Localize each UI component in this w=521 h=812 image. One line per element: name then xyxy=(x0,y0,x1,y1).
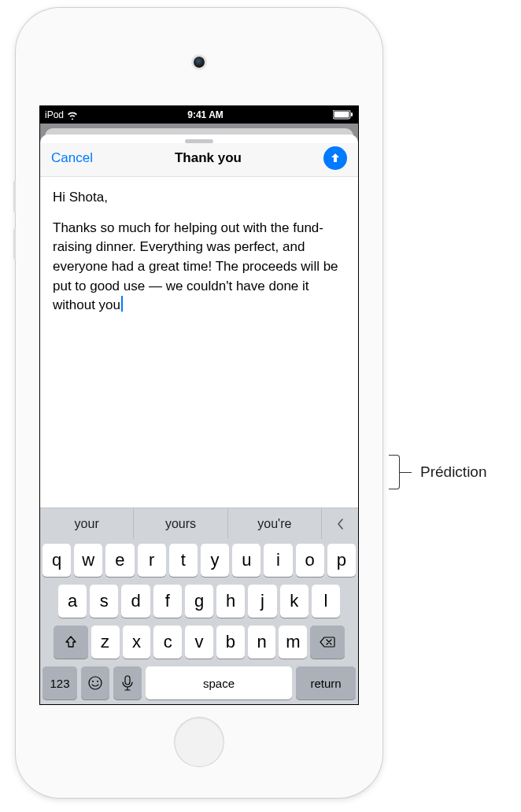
arrow-up-icon xyxy=(329,152,342,164)
annotation-label: Prédiction xyxy=(420,463,487,481)
shift-key[interactable] xyxy=(54,626,88,659)
battery-icon xyxy=(333,110,353,120)
svg-point-3 xyxy=(89,677,102,689)
numbers-key[interactable]: 123 xyxy=(42,666,77,699)
key-n[interactable]: n xyxy=(248,626,276,659)
key-a[interactable]: a xyxy=(58,585,87,618)
svg-rect-1 xyxy=(334,112,349,118)
compose-header: Cancel Thank you xyxy=(40,143,358,177)
volume-down-button[interactable] xyxy=(13,228,16,260)
key-v[interactable]: v xyxy=(185,626,213,659)
key-y[interactable]: y xyxy=(201,544,229,577)
volume-up-button[interactable] xyxy=(13,181,16,212)
chevron-left-icon xyxy=(335,517,345,531)
key-d[interactable]: d xyxy=(121,585,150,618)
annotation-bracket xyxy=(389,455,400,489)
svg-rect-2 xyxy=(351,113,353,116)
key-x[interactable]: x xyxy=(123,626,151,659)
greeting-text: Hi Shota, xyxy=(53,188,345,208)
key-e[interactable]: e xyxy=(105,544,134,577)
prediction-2[interactable]: yours xyxy=(134,508,227,539)
svg-rect-6 xyxy=(125,676,130,685)
shift-icon xyxy=(64,635,78,649)
home-button[interactable] xyxy=(175,718,224,766)
key-f[interactable]: f xyxy=(153,585,182,618)
return-key[interactable]: return xyxy=(296,666,356,699)
cancel-button[interactable]: Cancel xyxy=(51,150,93,166)
key-r[interactable]: r xyxy=(138,544,166,577)
send-button[interactable] xyxy=(323,146,347,170)
svg-point-5 xyxy=(97,681,98,682)
dictation-key[interactable] xyxy=(113,666,142,699)
key-s[interactable]: s xyxy=(90,585,118,618)
screen: iPod 9:41 AM Cancel Thank you xyxy=(39,105,359,705)
message-body[interactable]: Hi Shota, Thanks so much for helping out… xyxy=(40,177,358,507)
key-m[interactable]: m xyxy=(279,626,307,659)
key-k[interactable]: k xyxy=(280,585,309,618)
key-l[interactable]: l xyxy=(312,585,340,618)
space-key[interactable]: space xyxy=(146,666,292,699)
compose-sheet: Cancel Thank you Hi Shota, Thanks so muc… xyxy=(40,135,358,704)
front-camera xyxy=(194,57,205,68)
backspace-key[interactable] xyxy=(310,626,345,659)
status-bar: iPod 9:41 AM xyxy=(40,106,358,124)
key-row-3: z x c v b n m xyxy=(42,626,356,659)
key-c[interactable]: c xyxy=(153,626,182,659)
microphone-icon xyxy=(122,675,133,691)
collapse-predictions-button[interactable] xyxy=(322,508,358,539)
key-g[interactable]: g xyxy=(185,585,213,618)
key-i[interactable]: i xyxy=(264,544,292,577)
annotation-callout: Prédiction xyxy=(389,455,487,489)
key-z[interactable]: z xyxy=(91,626,120,659)
key-b[interactable]: b xyxy=(216,626,245,659)
prediction-1[interactable]: your xyxy=(40,508,134,539)
wifi-icon xyxy=(67,111,78,120)
key-o[interactable]: o xyxy=(296,544,324,577)
keyboard: q w e r t y u i o p a s d xyxy=(40,539,358,704)
prediction-bar: your yours you're xyxy=(40,507,358,539)
compose-title: Thank you xyxy=(175,150,242,166)
key-p[interactable]: p xyxy=(327,544,356,577)
key-w[interactable]: w xyxy=(74,544,102,577)
device-frame: iPod 9:41 AM Cancel Thank you xyxy=(16,8,382,798)
key-h[interactable]: h xyxy=(216,585,245,618)
backspace-icon xyxy=(319,636,336,648)
clock-time: 9:41 AM xyxy=(187,109,224,120)
key-t[interactable]: t xyxy=(169,544,198,577)
key-row-2: a s d f g h j k l xyxy=(42,585,356,618)
text-cursor xyxy=(121,296,123,312)
prediction-3[interactable]: you're xyxy=(228,508,322,539)
emoji-key[interactable] xyxy=(81,666,109,699)
background-sheet: Cancel Thank you Hi Shota, Thanks so muc… xyxy=(40,124,358,704)
key-u[interactable]: u xyxy=(232,544,260,577)
svg-point-4 xyxy=(92,681,94,682)
body-text: Thanks so much for helping out with the … xyxy=(53,219,345,316)
key-j[interactable]: j xyxy=(248,585,276,618)
key-row-1: q w e r t y u i o p xyxy=(42,544,356,577)
key-q[interactable]: q xyxy=(42,544,71,577)
carrier-label: iPod xyxy=(45,109,64,120)
emoji-icon xyxy=(87,675,103,691)
key-row-4: 123 space return xyxy=(42,666,356,699)
